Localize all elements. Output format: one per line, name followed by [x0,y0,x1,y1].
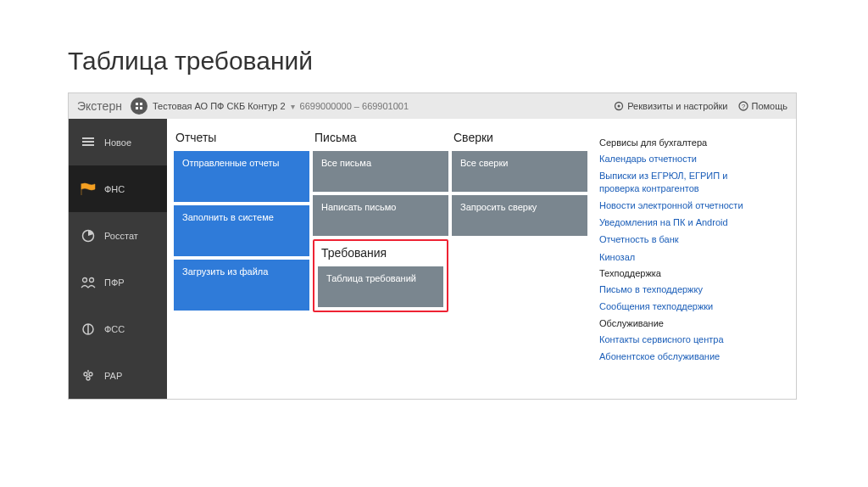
sidebar-item-label: Новое [104,137,131,148]
sidebar-item-label: Росстат [104,231,138,241]
rp-link-calendar[interactable]: Календарь отчетности [599,153,743,165]
svg-rect-8 [82,137,94,139]
topbar: Экстерн Тестовая АО ПФ СКБ Контур 2 ▾ 66… [69,93,796,119]
right-panel: Сервисы для бухгалтера Календарь отчетно… [587,127,748,399]
svg-rect-1 [140,103,142,105]
flag-icon [81,182,96,197]
tile-all-letters[interactable]: Все письма [313,151,448,192]
rp-link-cinema[interactable]: Кинозал [599,251,743,263]
sidebar-item-pfr[interactable]: ПФР [69,259,167,305]
sidebar-item-label: ФНС [104,184,125,194]
requirements-highlight-group: Требования Таблица требований [313,239,448,312]
column-title-reconcile: Сверки [452,127,587,151]
rp-link-support-msgs[interactable]: Сообщения техподдержки [599,300,743,312]
rp-heading-services: Сервисы для бухгалтера [599,137,743,148]
svg-rect-0 [136,103,138,105]
svg-rect-3 [140,107,142,109]
sidebar: Новое ФНС Росстат ПФР [69,119,167,399]
rp-link-extracts[interactable]: Выписки из ЕГРЮЛ, ЕГРИП и проверка контр… [599,170,743,194]
people-icon [81,275,96,290]
column-reports: Отчеты Отправленные отчеты Заполнить в с… [174,127,309,399]
settings-link[interactable]: Реквизиты и настройки [614,101,727,111]
tile-request-reconcile[interactable]: Запросить сверку [452,195,587,236]
svg-text:?: ? [741,103,745,110]
tile-load-file[interactable]: Загрузить из файла [174,260,309,311]
org-name[interactable]: Тестовая АО ПФ СКБ Контур 2 [153,101,286,111]
svg-point-16 [84,372,87,376]
tile-write-letter[interactable]: Написать письмо [313,195,448,236]
svg-point-18 [86,377,90,380]
rp-heading-service: Обслуживание [599,318,743,328]
pie-icon [81,228,96,244]
svg-point-5 [618,105,620,108]
help-link[interactable]: ? Помощь [738,101,788,111]
column-title-letters: Письма [313,127,448,151]
chevron-down-icon[interactable]: ▾ [291,102,295,111]
column-title-reports: Отчеты [174,127,309,151]
sidebar-item-fns[interactable]: ФНС [69,165,167,212]
page-title: Таблица требований [0,0,868,92]
svg-point-13 [90,277,94,282]
column-reconcile: Сверки Все сверки Запросить сверку [452,127,587,399]
svg-rect-9 [82,141,94,143]
gear-icon [614,101,624,111]
column-title-requirements: Требования [316,243,445,266]
rp-heading-support: Техподдержка [599,268,743,278]
sidebar-item-rar[interactable]: РАР [69,352,167,399]
svg-point-17 [89,372,92,376]
tile-requirements-table[interactable]: Таблица требований [318,266,443,307]
app-frame: Экстерн Тестовая АО ПФ СКБ Контур 2 ▾ 66… [68,92,797,400]
rp-link-news[interactable]: Новости электронной отчетности [599,199,743,211]
column-letters: Письма Все письма Написать письмо Требов… [313,127,448,399]
question-icon: ? [738,101,748,111]
tile-fill-system[interactable]: Заполнить в системе [174,205,309,256]
svg-point-12 [83,277,87,282]
stack-icon [81,135,96,150]
sidebar-item-label: ФСС [104,324,125,334]
brand-label: Экстерн [77,99,122,113]
app-body: Новое ФНС Росстат ПФР [69,119,796,399]
rp-link-support-letter[interactable]: Письмо в техподдержку [599,283,743,295]
sidebar-item-label: РАР [104,371,122,381]
sidebar-item-label: ПФР [104,277,125,288]
svg-rect-10 [82,144,94,146]
sidebar-item-new[interactable]: Новое [69,119,167,165]
sidebar-item-rosstat[interactable]: Росстат [69,212,167,259]
settings-label: Реквизиты и настройки [627,101,727,111]
shield-icon [81,322,96,337]
help-label: Помощь [752,101,788,111]
org-badge-icon[interactable] [131,98,147,115]
rp-link-service-contacts[interactable]: Контакты сервисного центра [599,333,743,345]
org-id: 6699000000 – 669901001 [300,101,409,111]
rp-link-notifications[interactable]: Уведомления на ПК и Android [599,216,743,228]
main-content: Отчеты Отправленные отчеты Заполнить в с… [167,119,796,399]
svg-rect-2 [136,107,138,109]
grapes-icon [81,368,96,383]
tile-all-reconcile[interactable]: Все сверки [452,151,587,192]
rp-link-subscription[interactable]: Абонентское обслуживание [599,350,743,362]
rp-link-bank[interactable]: Отчетность в банк [599,233,743,245]
tile-sent-reports[interactable]: Отправленные отчеты [174,151,309,202]
sidebar-item-fss[interactable]: ФСС [69,305,167,352]
